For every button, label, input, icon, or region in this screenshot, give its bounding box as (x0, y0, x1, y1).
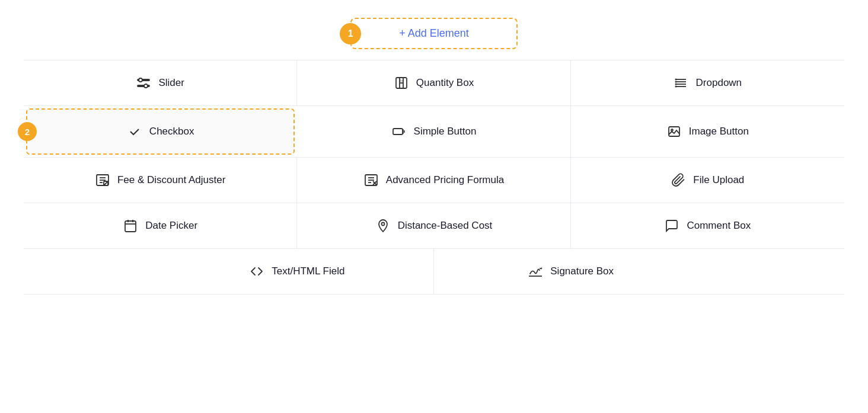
image-button-cell[interactable]: Image Button (571, 106, 844, 157)
date-picker-cell[interactable]: Date Picker (24, 203, 297, 248)
add-element-badge: 1 (340, 23, 361, 44)
dropdown-label: Dropdown (696, 77, 742, 89)
svg-point-16 (675, 86, 676, 88)
quantity-box-cell[interactable]: 2+ Quantity Box (297, 60, 570, 105)
svg-point-13 (675, 79, 676, 81)
advanced-pricing-cell[interactable]: Advanced Pricing Formula (297, 158, 570, 203)
grid-row-last: Text/HTML Field Signature Box (24, 248, 844, 294)
grid-row-4: Date Picker Distance-Based Cost Comment … (24, 203, 844, 248)
quantity-box-icon: 2+ (394, 76, 409, 90)
date-picker-label: Date Picker (145, 220, 197, 232)
slider-cell[interactable]: Slider (24, 60, 297, 105)
slider-label: Slider (158, 77, 184, 89)
add-element-row: 1 + Add Element (24, 18, 844, 49)
simple-button-icon (391, 124, 407, 139)
image-button-label: Image Button (689, 126, 749, 137)
svg-line-41 (541, 268, 542, 269)
distance-cost-cell[interactable]: Distance-Based Cost (297, 203, 570, 248)
checkbox-cell[interactable]: 2 Checkbox (26, 108, 295, 155)
svg-point-42 (540, 268, 541, 269)
grid-row-2: 2 Checkbox Simple Button (24, 105, 844, 157)
date-picker-icon (123, 219, 138, 233)
add-element-button[interactable]: + Add Element (350, 18, 518, 49)
svg-point-14 (675, 81, 676, 83)
text-html-label: Text/HTML Field (272, 265, 344, 277)
file-upload-label: File Upload (693, 174, 744, 186)
grid-row-1: Slider 2+ Quantity Box (24, 60, 844, 105)
checkbox-label: Checkbox (149, 126, 194, 137)
image-button-icon (666, 124, 682, 139)
simple-button-label: Simple Button (414, 126, 477, 137)
svg-point-2 (139, 78, 142, 82)
signature-box-cell[interactable]: Signature Box (434, 249, 707, 294)
fee-discount-label: Fee & Discount Adjuster (117, 174, 225, 186)
advanced-pricing-icon (363, 173, 379, 187)
svg-rect-17 (393, 129, 403, 135)
file-upload-cell[interactable]: File Upload (571, 158, 844, 203)
svg-text:2+: 2+ (399, 79, 403, 82)
comment-box-icon (664, 219, 679, 233)
file-upload-icon (671, 173, 686, 187)
simple-button-cell[interactable]: Simple Button (297, 106, 570, 157)
slider-icon (136, 76, 151, 90)
fee-discount-cell[interactable]: Fee & Discount Adjuster (24, 158, 297, 203)
svg-point-15 (675, 84, 676, 85)
distance-cost-label: Distance-Based Cost (398, 220, 493, 232)
svg-point-21 (671, 129, 673, 131)
fee-discount-icon (95, 173, 110, 187)
comment-box-cell[interactable]: Comment Box (571, 203, 844, 248)
dropdown-icon (674, 76, 689, 90)
svg-point-39 (381, 223, 384, 226)
text-html-cell[interactable]: Text/HTML Field (161, 249, 434, 294)
dropdown-cell[interactable]: Dropdown (571, 60, 844, 105)
signature-box-label: Signature Box (550, 265, 614, 277)
advanced-pricing-label: Advanced Pricing Formula (386, 174, 504, 186)
checkbox-icon (127, 125, 142, 138)
grid-row-3: Fee & Discount Adjuster Advanced Pricing… (24, 157, 844, 203)
svg-rect-35 (125, 221, 136, 232)
quantity-box-label: Quantity Box (416, 77, 474, 89)
checkbox-badge: 2 (18, 122, 37, 141)
add-element-wrapper: 1 + Add Element (350, 18, 518, 49)
distance-cost-icon (375, 219, 391, 233)
svg-point-3 (144, 84, 148, 88)
main-container: 1 + Add Element Slider (0, 12, 868, 306)
signature-box-icon (528, 264, 543, 278)
code-icon (249, 264, 264, 278)
comment-box-label: Comment Box (687, 220, 751, 232)
